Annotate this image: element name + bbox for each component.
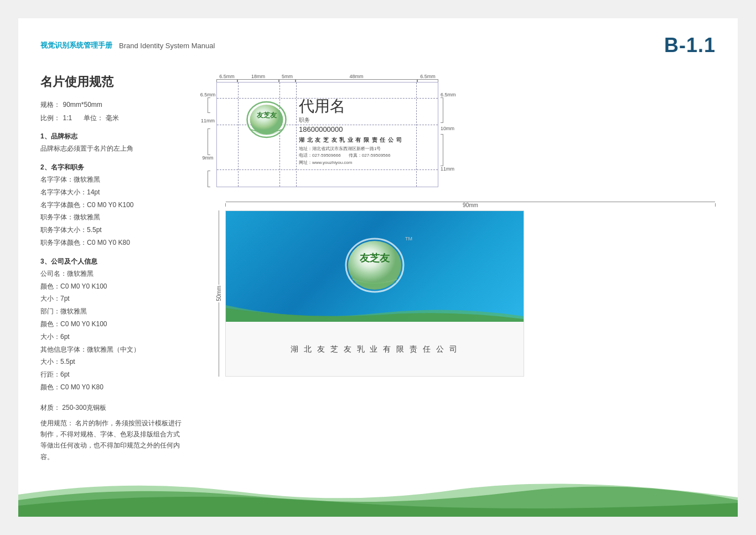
usage-label: 使用规范： [40,419,74,427]
dim-6.5mm-1: 6.5mm [216,74,237,82]
left-panel: 名片使用规范 规格： 90mm*50mm 比例： 1:1 单位： 毫米 1、品牌… [40,68,184,462]
card-preview-section: 90mm 50mm [201,202,716,377]
preview-width-label: 90mm [460,202,480,208]
preview-top-dim: 90mm [201,202,716,208]
fax-line: 传真：027-59509566 [349,153,391,158]
spec-size-label: 规格： [40,101,60,109]
business-card-preview: 友芝友 TM [225,210,524,377]
dim-5mm: 5mm [279,74,296,82]
spec-ratio: 比例： 1:1 单位： 毫米 [40,112,184,125]
bc-company-bottom: 湖 北 友 芝 友 乳 业 有 限 责 任 公 司 [291,344,459,354]
main-content: 名片使用规范 规格： 90mm*50mm 比例： 1:1 单位： 毫米 1、品牌… [18,68,738,462]
wireframe-logo: 友芝友 [240,100,293,139]
card-front-detail: 友芝友 代用名 职务 18600000000 [216,82,438,187]
preview-body: 50mm [201,210,716,377]
tm-label: TM [405,236,412,241]
spec-section-1: 1、品牌标志 品牌标志必须置于名片的左上角 [40,132,184,155]
preview-height-label: 50mm [216,285,222,302]
section1-title: 1、品牌标志 [40,132,184,141]
svg-text:友芝友: 友芝友 [256,111,277,119]
name-placeholder: 代用名 [299,98,415,115]
spec-unit-value: 毫米 [106,114,119,122]
spec-unit-label: 单位： [84,114,103,122]
right-dim-11: 11mm [441,166,454,172]
wireframe-address: 地址：湖北省武汉市东西湖区新桥一路1号 电话：027-59509666 传真：0… [299,146,435,167]
svg-point-4 [348,241,401,290]
svg-text:友芝友: 友芝友 [359,253,390,264]
wireframe-company-name: 湖 北 友 芝 友 乳 业 有 限 责 任 公 司 [299,137,435,144]
left-dim-11: 11mm [201,113,216,128]
dim-label-6.5-1: 6.5mm [219,74,235,79]
phone-line: 电话：027-59509666 [299,153,341,158]
left-dim-9: 9mm [203,155,215,171]
wireframe-company-area: 湖 北 友 芝 友 乳 业 有 限 责 任 公 司 地址：湖北省武汉市东西湖区新… [299,137,435,167]
bottom-wave-svg [18,472,738,517]
wireframe-name-area: 代用名 职务 18600000000 [299,98,415,133]
header-left: 视觉识别系统管理手册 Brand Identity System Manual [40,40,215,50]
dim-6.5mm-2: 6.5mm [417,74,438,82]
section3-items: 公司名：微软雅黑 颜色：C0 M0 Y0 K100 大小：7pt 部门：微软雅黑… [40,268,184,394]
material-value: 250-300克铜板 [62,404,106,411]
right-measurements: 6.5mm 10mm 11mm [438,82,460,187]
website-line: 网址：www.youzhiyou.com [299,160,352,165]
material-label: 材质： [40,404,60,411]
bc-logo-wrapper: 友芝友 TM [341,235,408,298]
logo-svg: 友芝友 [246,101,287,138]
left-dim-6.5: 6.5mm [200,82,218,97]
header-english: Brand Identity System Manual [119,42,215,50]
dim-18mm: 18mm [237,74,279,82]
spec-ratio-value: 1:1 [63,114,72,122]
card-wireframe-body: 6.5mm 11mm 9mm [201,82,716,187]
section2-title: 2、名字和职务 [40,163,184,172]
preview-height-dim: 50mm [201,210,225,377]
header-code: B-1.1 [664,34,716,57]
svg-point-1 [250,105,283,135]
title-placeholder: 职务 [299,116,415,124]
top-dim-row: 6.5mm 18mm 5mm 48mm [216,74,716,82]
usage-line: 使用规范： 名片的制作，务须按照设计模板进行制作，不得对规格、字体、色彩及排版组… [40,418,184,463]
dim-label-6.5-2: 6.5mm [420,74,436,79]
dim-48mm: 48mm [296,74,417,82]
page-container: 视觉识别系统管理手册 Brand Identity System Manual … [18,18,738,517]
spec-material: 材质： 250-300克铜板 使用规范： 名片的制作，务须按照设计模板进行制作，… [40,402,184,462]
bc-bottom: 湖 北 友 芝 友 乳 业 有 限 责 任 公 司 [226,322,524,377]
header-chinese: 视觉识别系统管理手册 [40,40,112,50]
spec-size-value: 90mm*50mm [63,101,102,109]
right-panel: 6.5mm 18mm 5mm 48mm [201,68,716,462]
page-bottom-wave [18,472,738,517]
spec-section-2: 2、名字和职务 名字字体：微软雅黑 名字字体大小：14pt 名字字体颜色：C0 … [40,163,184,249]
page-title: 名片使用规范 [40,74,184,90]
dim-label-5: 5mm [282,74,293,79]
material-line: 材质： 250-300克铜板 [40,402,184,414]
spec-size: 规格： 90mm*50mm [40,99,184,111]
spec-ratio-label: 比例： [40,114,60,122]
address-line: 地址：湖北省武汉市东西湖区新桥一路1号 [299,146,381,151]
section3-title: 3、公司及个人信息 [40,257,184,266]
right-dim-6.5: 6.5mm [441,92,456,97]
phone-placeholder: 18600000000 [299,125,415,133]
dim-label-18: 18mm [251,74,265,79]
section1-desc: 品牌标志必须置于名片的左上角 [40,142,184,155]
right-dim-10: 10mm [441,126,454,131]
bc-logo-svg: 友芝友 [341,235,408,296]
card-wireframe-section: 6.5mm 18mm 5mm 48mm [201,74,716,187]
spec-section-3: 3、公司及个人信息 公司名：微软雅黑 颜色：C0 M0 Y0 K100 大小：7… [40,257,184,394]
header: 视觉识别系统管理手册 Brand Identity System Manual … [18,18,738,68]
dim-label-48: 48mm [349,74,363,79]
left-measurements: 6.5mm 11mm 9mm [201,82,216,187]
bc-wave-svg [226,305,524,322]
section2-items: 名字字体：微软雅黑 名字字体大小：14pt 名字字体颜色：C0 M0 Y0 K1… [40,173,184,249]
